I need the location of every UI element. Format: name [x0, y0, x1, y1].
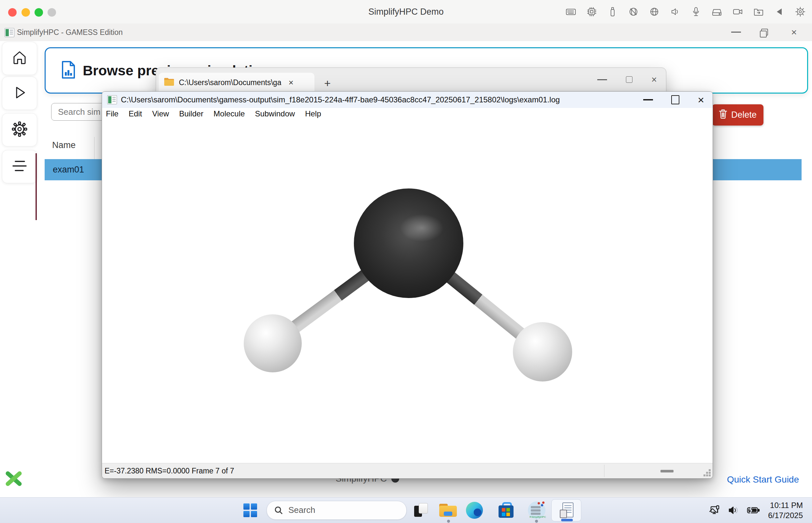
statusbar-divider [604, 465, 604, 477]
brand-x-logo [4, 470, 23, 488]
table-header-name: Name [52, 140, 76, 150]
viewer-close-button[interactable]: × [698, 94, 704, 105]
sidebar-item-logs[interactable] [2, 150, 37, 183]
start-button[interactable] [243, 497, 257, 523]
explorer-running-indicator [447, 520, 450, 523]
task-view-icon [413, 503, 429, 518]
taskbar-search[interactable] [267, 497, 407, 523]
vm-minimize-button[interactable] [731, 32, 741, 33]
microsoft-store-button[interactable] [498, 497, 514, 523]
camera-icon[interactable] [732, 6, 743, 18]
trash-icon [719, 109, 727, 121]
menu-view[interactable]: View [152, 109, 169, 119]
menu-builder[interactable]: Builder [179, 109, 204, 119]
log-document-icon [560, 503, 573, 518]
microphone-icon[interactable] [690, 6, 702, 18]
microsoft-store-icon [498, 502, 514, 519]
explorer-close-button[interactable]: × [652, 75, 657, 85]
sidebar-item-run[interactable] [2, 77, 37, 110]
viewer-window-title: C:\Users\sarom\Documents\gamess-output\s… [121, 95, 560, 104]
play-back-icon[interactable] [774, 6, 785, 18]
network-off-icon[interactable] [627, 6, 639, 18]
hydrogen-atom-sphere-left[interactable] [244, 314, 302, 372]
vm-app-icon [4, 28, 14, 37]
keyboard-icon[interactable] [565, 6, 577, 18]
simplifyhpc-app-button[interactable]: ✕SimplifyHPC [528, 497, 545, 523]
sidebar-item-settings[interactable] [2, 113, 37, 146]
menu-help[interactable]: Help [305, 109, 321, 119]
list-lines-icon [11, 159, 29, 175]
explorer-folder-icon [439, 503, 457, 518]
report-document-icon [61, 60, 76, 80]
taskbar-search-input[interactable] [283, 505, 406, 516]
play-icon [12, 85, 28, 102]
explorer-minimize-button[interactable] [597, 79, 607, 80]
menu-subwindow[interactable]: Subwindow [255, 109, 295, 119]
edge-browser-button[interactable] [466, 497, 483, 523]
explorer-tab[interactable]: C:\Users\sarom\Documents\ga × [159, 73, 315, 92]
delete-button-label: Delete [731, 110, 757, 120]
volume-icon[interactable] [669, 6, 681, 18]
windows-logo-icon [243, 503, 257, 517]
clock-time: 10:11 PM [768, 500, 803, 510]
folder-icon [164, 78, 174, 87]
sidebar-active-indicator [36, 153, 37, 220]
resize-grip-icon[interactable] [702, 469, 711, 476]
viewer-titlebar[interactable]: C:\Users\sarom\Documents\gamess-output\s… [102, 92, 713, 108]
simulation-name-cell: exam01 [53, 165, 84, 175]
volume-tray-icon[interactable] [728, 505, 740, 516]
shared-folder-icon[interactable] [753, 6, 764, 18]
file-explorer-taskbar-button[interactable] [439, 497, 457, 523]
vm-restore-button[interactable] [761, 29, 768, 36]
explorer-maximize-button[interactable] [626, 76, 632, 83]
search-icon [274, 506, 283, 515]
explorer-new-tab-button[interactable]: + [324, 78, 331, 89]
vm-window-title: SimplifyHPC - GAMESS Edition [17, 23, 123, 41]
menu-file[interactable]: File [106, 109, 119, 119]
cpu-chip-icon[interactable] [586, 6, 598, 18]
frame-slider-handle[interactable] [660, 470, 674, 472]
quick-start-guide-link[interactable]: Quick Start Guide [727, 474, 799, 485]
taskbar-clock[interactable]: 10:11 PM 6/17/2025 [768, 500, 803, 520]
home-icon [12, 50, 28, 67]
hydrogen-atom-sphere-right[interactable] [513, 322, 572, 381]
settings-gear-icon[interactable] [794, 6, 806, 18]
simplifyhpc-app-icon: ✕SimplifyHPC [528, 502, 545, 519]
simplifyhpc-running-indicator [535, 520, 538, 523]
carbon-atom-sphere[interactable] [354, 188, 464, 298]
viewer-statusbar: E=-37.2380 RMS=0.0000 Frame 7 of 7 [102, 463, 713, 478]
clock-date: 6/17/2025 [768, 510, 803, 520]
viewer-app-icon [107, 95, 117, 104]
edge-browser-icon [466, 502, 483, 519]
usb-drive-icon[interactable] [607, 6, 619, 18]
active-app-indicator [561, 519, 573, 521]
explorer-tab-title: C:\Users\sarom\Documents\ga [179, 78, 281, 87]
viewer-maximize-button[interactable] [671, 95, 679, 104]
mac-statusbar-icons [565, 0, 806, 23]
menu-molecule[interactable]: Molecule [213, 109, 245, 119]
sidebar-item-home[interactable] [2, 42, 37, 75]
delete-button[interactable]: Delete [712, 104, 763, 126]
hard-drive-icon[interactable] [711, 6, 723, 18]
remote-device-icon[interactable] [710, 505, 721, 516]
explorer-tab-close-icon[interactable]: × [288, 78, 293, 88]
molecule-viewer-window: C:\Users\sarom\Documents\gamess-output\s… [102, 91, 713, 479]
vm-close-button[interactable]: × [791, 28, 797, 37]
viewer-menubar: File Edit View Builder Molecule Subwindo… [106, 108, 321, 120]
gear-icon [11, 121, 28, 139]
screen: SimplifyHPC Demo SimplifyHPC - GAMESS Ed… [0, 0, 812, 523]
menu-edit[interactable]: Edit [129, 109, 142, 119]
energy-status-text: E=-37.2380 RMS=0.0000 Frame 7 of 7 [105, 467, 234, 475]
globe-icon[interactable] [648, 6, 660, 18]
viewer-minimize-button[interactable] [643, 99, 653, 101]
task-view-button[interactable] [413, 497, 429, 523]
battery-charging-icon[interactable] [747, 506, 760, 515]
